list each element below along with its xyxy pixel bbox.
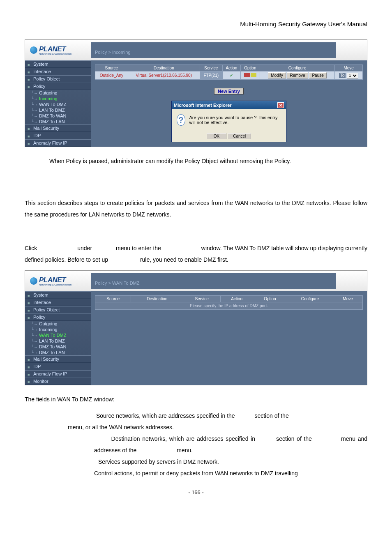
folder-icon <box>28 69 32 74</box>
def-destination: Destination networks, which are addresse… <box>68 433 367 456</box>
sidebar-item-policy-object[interactable]: Policy Object <box>25 306 91 313</box>
cell-destination: Virtual Server1(210.66.155.90) <box>128 71 200 80</box>
sidebar-item-mail-security[interactable]: Mail Security <box>25 124 91 132</box>
logo-text: PLANET <box>39 45 66 53</box>
sidebar-item-incoming[interactable]: Incoming <box>25 327 91 332</box>
sidebar-item-outgoing[interactable]: Outgoing <box>25 90 91 96</box>
sidebar-item-system[interactable]: System <box>25 60 91 68</box>
page-title: Multi-Homing Security Gateway User's Man… <box>25 21 367 28</box>
col-configure: Configure <box>260 65 334 71</box>
sidebar-item-wan-to-dmz[interactable]: WAN To DMZ <box>25 101 91 107</box>
planet-globe-icon <box>30 277 37 285</box>
folder-icon <box>28 357 32 361</box>
sidebar-item-policy[interactable]: Policy <box>25 313 91 321</box>
sidebar-item-policy-object[interactable]: Policy Object <box>25 75 91 83</box>
sidebar-item-dmz-to-wan[interactable]: DMZ To WAN <box>25 113 91 119</box>
dialog-title-text: Microsoft Internet Explorer <box>174 103 232 108</box>
click-instruction: Click under menu to enter the window. Th… <box>25 242 367 265</box>
divider <box>25 31 367 31</box>
new-entry-button[interactable]: New Entry <box>214 88 244 94</box>
col-move: Move <box>333 296 363 302</box>
modify-button[interactable]: Modify <box>268 72 286 78</box>
sidebar: System Interface Policy Object Policy Ou… <box>25 291 91 385</box>
folder-icon <box>28 315 32 319</box>
folder-icon <box>28 134 32 138</box>
sidebar-item-dmz-to-wan[interactable]: DMZ To WAN <box>25 344 91 350</box>
folder-icon <box>28 308 32 312</box>
permit-icon <box>228 73 234 77</box>
sidebar-item-system[interactable]: System <box>25 291 91 299</box>
folder-icon <box>28 84 32 88</box>
col-configure: Configure <box>287 296 333 302</box>
sidebar-item-mail-security[interactable]: Mail Security <box>25 355 91 363</box>
sidebar-item-dmz-to-lan[interactable]: DMZ To LAN <box>25 350 91 355</box>
dialog-message: Are you sure you want to pause ? This en… <box>189 115 281 125</box>
sidebar-item-wan-to-dmz[interactable]: WAN To DMZ <box>25 332 91 338</box>
screenshot-wan-to-dmz: PLANET Networking & Communication Policy… <box>25 270 367 385</box>
table-row: Outside_Any Virtual Server1(210.66.155.9… <box>95 71 363 80</box>
move-select[interactable]: 1 <box>347 73 358 78</box>
folder-icon <box>28 62 32 66</box>
app-topbar: PLANET Networking & Communication Policy… <box>25 40 367 60</box>
sidebar-item-interface[interactable]: Interface <box>25 68 91 75</box>
cell-configure: Modify Remove Pause <box>260 71 334 80</box>
def-action: Control actions, to permit or deny packe… <box>68 467 367 479</box>
folder-icon <box>28 293 32 297</box>
dmz-placeholder: Please specify the IP address of DMZ por… <box>95 302 363 310</box>
sidebar-item-dmz-to-lan[interactable]: DMZ To LAN <box>25 119 91 124</box>
col-source: Source <box>95 65 128 71</box>
folder-icon <box>28 372 32 376</box>
col-option: Option <box>240 65 260 71</box>
def-service: Services supported by servers in DMZ net… <box>68 456 367 467</box>
option-icon-2[interactable] <box>251 73 256 77</box>
sidebar-item-outgoing[interactable]: Outgoing <box>25 321 91 327</box>
folder-icon <box>28 126 32 130</box>
main-content: Source Destination Service Action Option… <box>91 60 367 147</box>
col-action: Action <box>222 65 240 71</box>
remove-button[interactable]: Remove <box>287 72 308 78</box>
section-description: This section describes steps to create p… <box>25 197 367 220</box>
sidebar-item-idp[interactable]: IDP <box>25 132 91 139</box>
sidebar-item-monitor[interactable]: Monitor <box>25 378 91 385</box>
close-icon[interactable]: ✕ <box>277 102 284 108</box>
page-number: - 166 - <box>25 489 367 495</box>
folder-icon <box>28 379 32 383</box>
sidebar-item-policy[interactable]: Policy <box>25 83 91 90</box>
ok-button[interactable]: OK <box>207 133 226 139</box>
policy-table: Source Destination Service Action Option… <box>95 64 363 80</box>
sidebar-item-anomaly-flow-ip[interactable]: Anomaly Flow IP <box>25 139 91 147</box>
sidebar-item-interface[interactable]: Interface <box>25 299 91 306</box>
cancel-button[interactable]: Cancel <box>228 133 251 139</box>
sidebar: System Interface Policy Object Policy Ou… <box>25 60 91 147</box>
cell-action <box>222 71 240 80</box>
sidebar-item-lan-to-dmz[interactable]: LAN To DMZ <box>25 338 91 344</box>
breadcrumb: Policy > WAN To DMZ <box>91 273 336 289</box>
cell-service: FTP(21) <box>200 71 222 80</box>
folder-icon <box>28 141 32 145</box>
col-destination: Destination <box>128 65 200 71</box>
col-move: Move <box>335 65 363 71</box>
cell-option <box>240 71 260 80</box>
sidebar-item-lan-to-dmz[interactable]: LAN To DMZ <box>25 107 91 113</box>
col-service: Service <box>200 65 222 71</box>
logo: PLANET Networking & Communication <box>25 276 91 286</box>
logo: PLANET Networking & Communication <box>25 45 91 55</box>
fields-intro: The fields in WAN To DMZ window: <box>25 394 367 405</box>
folder-icon <box>28 300 32 304</box>
app-topbar: PLANET Networking & Communication Policy… <box>25 271 367 291</box>
pause-note: When Policy is paused, administrator can… <box>49 155 367 167</box>
sidebar-item-anomaly-flow-ip[interactable]: Anomaly Flow IP <box>25 370 91 378</box>
cell-source: Outside_Any <box>95 71 128 80</box>
screenshot-policy-incoming: PLANET Networking & Communication Policy… <box>25 39 367 147</box>
main-content: Source Destination Service Action Option… <box>91 291 367 385</box>
sidebar-item-incoming[interactable]: Incoming <box>25 96 91 101</box>
breadcrumb: Policy > Incoming <box>91 42 336 58</box>
dialog-titlebar: Microsoft Internet Explorer ✕ <box>172 101 286 109</box>
cell-move: To 1 <box>335 71 363 80</box>
folder-icon <box>28 364 32 368</box>
option-icon-1[interactable] <box>244 73 250 77</box>
logo-tagline: Networking & Communication <box>39 53 71 55</box>
pause-button[interactable]: Pause <box>309 72 326 78</box>
col-service: Service <box>183 296 221 302</box>
sidebar-item-idp[interactable]: IDP <box>25 363 91 370</box>
